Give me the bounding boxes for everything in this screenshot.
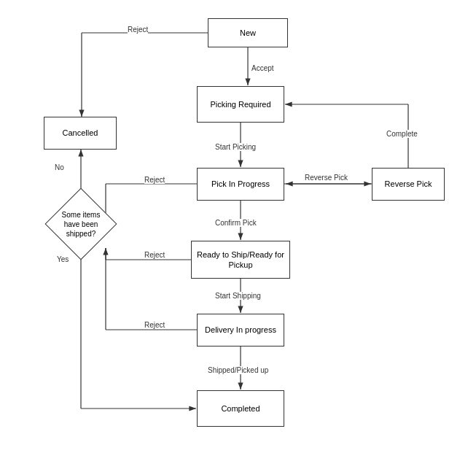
no-label: No <box>55 163 64 171</box>
complete-label: Complete <box>386 130 418 138</box>
ready-to-ship-node: Ready to Ship/Ready for Pickup <box>191 241 290 279</box>
reject-delivery-label: Reject <box>144 321 165 329</box>
cancelled-node: Cancelled <box>44 117 117 150</box>
accept-label: Accept <box>251 64 274 72</box>
reject-pip-label: Reject <box>144 176 165 184</box>
new-node: New <box>208 18 288 47</box>
start-shipping-label: Start Shipping <box>215 292 261 300</box>
delivery-in-progress-node: Delivery In progress <box>197 314 284 346</box>
shipped-label: Shipped/Picked up <box>208 366 268 374</box>
reverse-pick-edge-label: Reverse Pick <box>305 174 348 182</box>
pick-in-progress-node: Pick In Progress <box>197 168 284 201</box>
diamond-node: Some itemshave beenshipped? <box>54 197 108 251</box>
reverse-pick-node: Reverse Pick <box>372 168 445 201</box>
reject-rts-label: Reject <box>144 251 165 259</box>
completed-node: Completed <box>197 390 284 427</box>
reject-new-label: Reject <box>128 26 148 34</box>
picking-required-node: Picking Required <box>197 86 284 123</box>
confirm-pick-label: Confirm Pick <box>215 219 257 227</box>
yes-label: Yes <box>57 255 69 263</box>
start-picking-label: Start Picking <box>215 143 256 151</box>
flowchart-diagram: New Picking Required Pick In Progress Re… <box>0 0 476 453</box>
